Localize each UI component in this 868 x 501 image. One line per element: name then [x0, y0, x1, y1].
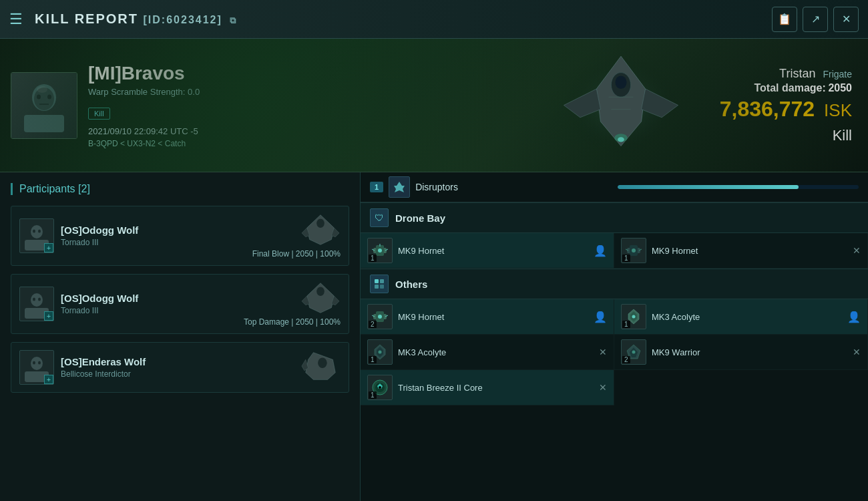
add-icon[interactable]: + — [44, 375, 53, 384]
item-name: MK9 Hornet — [398, 246, 588, 256]
others-header: Others — [361, 269, 868, 299]
person-icon: 👤 — [847, 311, 861, 323]
list-item: 1 MK9 Hornet ✕ — [614, 233, 868, 269]
list-item: 1 MK9 Hornet 👤 — [361, 233, 614, 269]
participants-header: Participants [2] — [11, 183, 349, 195]
svg-point-49 — [632, 248, 636, 253]
ship-name: Tristan Frigate — [779, 67, 852, 81]
item-icon: 1 — [367, 339, 393, 365]
hero-stats: Tristan Frigate Total damage: 2050 7,836… — [694, 39, 868, 172]
participant-stats: Top Damage | 2050 | 100% — [244, 317, 341, 327]
item-name: MK3 Acolyte — [652, 312, 842, 322]
add-icon[interactable]: + — [44, 311, 53, 321]
ship-visualization — [548, 39, 694, 172]
svg-rect-54 — [375, 285, 379, 289]
disruptors-label: Disruptors — [415, 182, 458, 192]
svg-point-3 — [37, 94, 41, 99]
participant-ship-image — [300, 281, 341, 315]
svg-point-63 — [632, 315, 636, 319]
svg-point-36 — [38, 361, 41, 365]
item-icon: 1 — [367, 238, 393, 263]
disruptors-bar — [618, 185, 859, 189]
item-icon: 2 — [367, 304, 393, 329]
remove-icon[interactable]: ✕ — [599, 347, 607, 357]
participant-name: [OS]Enderas Wolf — [61, 356, 294, 367]
right-panel: 1 Disruptors 🛡 Drone Bay 1 — [361, 172, 868, 501]
total-damage: Total damage: 2050 — [754, 82, 853, 94]
item-icon: 1 — [367, 375, 393, 400]
svg-point-33 — [31, 357, 43, 370]
clipboard-button[interactable]: 📋 — [772, 7, 797, 32]
page-title: KILL REPORT [ID:6023412] ⧉ — [35, 11, 764, 27]
participant-ship-image — [300, 349, 341, 383]
item-icon: 2 — [621, 339, 646, 365]
item-name: MK9 Warrior — [652, 347, 847, 357]
remove-icon[interactable]: ✕ — [599, 382, 607, 393]
list-item: 1 Tristan Breeze II Core ✕ — [361, 370, 614, 405]
participant-card: + [OS]Enderas Wolf Bellicose Interdictor — [11, 342, 349, 393]
svg-rect-52 — [375, 279, 379, 283]
main-content: Participants [2] + [OS]Odogg Wolf Tornad… — [0, 172, 868, 501]
svg-point-39 — [318, 357, 327, 367]
isk-label: ISK — [824, 100, 852, 121]
item-name: MK3 Acolyte — [398, 347, 594, 357]
participant-ship: Bellicose Interdictor — [61, 369, 294, 379]
remove-icon[interactable]: ✕ — [853, 347, 861, 357]
export-button[interactable]: ↗ — [803, 7, 828, 32]
svg-rect-53 — [380, 279, 384, 283]
top-bar: ☰ KILL REPORT [ID:6023412] ⧉ 📋 ↗ ✕ — [0, 0, 868, 39]
outcome-badge: Kill — [88, 108, 110, 120]
id-copy-icon[interactable]: ⧉ — [230, 15, 237, 25]
menu-icon[interactable]: ☰ — [9, 11, 23, 28]
svg-point-6 — [37, 86, 47, 93]
others-icon — [370, 275, 389, 293]
svg-point-27 — [33, 298, 35, 301]
hero-section: [MI]Bravos Warp Scramble Strength: 0.0 K… — [0, 39, 868, 172]
svg-point-43 — [378, 248, 382, 253]
left-panel: Participants [2] + [OS]Odogg Wolf Tornad… — [0, 172, 361, 501]
item-icon: 1 — [621, 304, 646, 329]
participant-name: [OS]Odogg Wolf — [61, 293, 237, 304]
others-items: 2 MK9 Hornet 👤 1 MK3 Acolyte 👤 1 — [361, 299, 868, 405]
svg-point-17 — [31, 225, 43, 238]
list-item: 1 MK3 Acolyte 👤 — [614, 299, 868, 335]
kill-outcome: Kill — [833, 127, 852, 144]
svg-point-58 — [378, 315, 382, 319]
kill-date: 2021/09/10 22:09:42 UTC -5 — [88, 126, 548, 136]
list-item: 2 MK9 Warrior ✕ — [614, 335, 868, 370]
top-action-icons: 📋 ↗ ✕ — [772, 7, 859, 32]
svg-point-4 — [47, 94, 51, 99]
participant-name: [OS]Odogg Wolf — [61, 224, 246, 236]
svg-point-14 — [618, 137, 624, 142]
svg-point-25 — [31, 293, 43, 307]
ship-class: Frigate — [823, 69, 852, 79]
svg-point-32 — [316, 287, 324, 297]
kill-location: B-3QPD < UX3-N2 < Catch — [88, 139, 548, 148]
disruptors-row: 1 Disruptors — [361, 172, 868, 202]
disruptors-qty: 1 — [370, 182, 383, 192]
drone-bay-header: 🛡 Drone Bay — [361, 202, 868, 233]
add-icon[interactable]: + — [44, 243, 53, 253]
item-name: MK9 Hornet — [398, 312, 588, 322]
participant-card: + [OS]Odogg Wolf Tornado III Top Damage … — [11, 274, 349, 334]
close-button[interactable]: ✕ — [833, 7, 859, 32]
player-name: [MI]Bravos — [88, 63, 548, 84]
remove-icon[interactable]: ✕ — [853, 245, 861, 256]
item-qty: 1 — [622, 321, 630, 328]
item-qty: 1 — [622, 255, 630, 262]
drone-bay-icon: 🛡 — [370, 208, 389, 227]
drone-bay-items: 1 MK9 Hornet 👤 1 MK9 Hornet ✕ — [361, 233, 868, 269]
svg-point-28 — [38, 298, 41, 301]
person-icon: 👤 — [594, 244, 607, 257]
item-icon: 1 — [621, 238, 646, 263]
item-qty: 1 — [369, 391, 377, 399]
participant-info: [OS]Odogg Wolf Tornado III — [61, 293, 237, 315]
participant-ship: Tornado III — [61, 306, 237, 315]
list-item: 2 MK9 Hornet 👤 — [361, 299, 614, 335]
isk-value: 7,836,772 — [720, 97, 815, 122]
item-qty: 2 — [369, 321, 377, 328]
participant-stats: Final Blow | 2050 | 100% — [252, 249, 341, 259]
others-label: Others — [395, 279, 427, 290]
item-name: Tristan Breeze II Core — [398, 383, 594, 393]
svg-point-66 — [379, 351, 382, 354]
